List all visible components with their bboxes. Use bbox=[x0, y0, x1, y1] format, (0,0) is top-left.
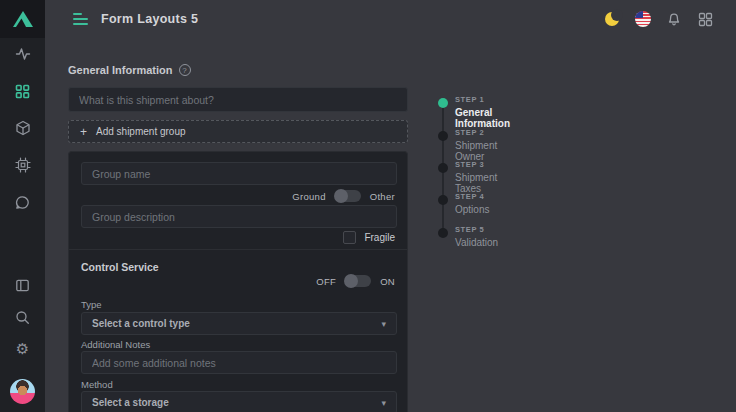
sidebar-item-cube-icon[interactable] bbox=[0, 116, 45, 140]
step-label: STEP 5 bbox=[455, 225, 498, 234]
shipment-group-card: Ground Other Fragile Control Service OFF… bbox=[68, 151, 408, 412]
step-title: Shipment Taxes bbox=[455, 172, 497, 194]
method-value: Select a storage bbox=[92, 397, 169, 408]
chevron-down-icon: ▾ bbox=[381, 398, 386, 408]
app-window: Form Layouts 5 bbox=[0, 0, 736, 412]
sidebar-item-cpu-icon[interactable] bbox=[0, 153, 45, 177]
plus-icon: + bbox=[80, 126, 87, 138]
stepper-step-5[interactable]: STEP 5 Validation bbox=[436, 225, 498, 248]
stepper-step-2[interactable]: STEP 2 Shipment Owner bbox=[436, 128, 497, 162]
shipment-about-input[interactable] bbox=[68, 87, 408, 112]
additional-notes-input[interactable] bbox=[81, 351, 397, 374]
sidebar: ⚙ bbox=[0, 0, 45, 412]
apps-grid-icon[interactable] bbox=[696, 10, 714, 28]
sidebar-item-chat-icon[interactable] bbox=[0, 190, 45, 214]
step-title: Shipment Owner bbox=[455, 140, 497, 162]
help-icon[interactable]: ? bbox=[179, 64, 191, 76]
stepper-step-1[interactable]: STEP 1 General Information bbox=[436, 95, 510, 129]
language-flag-icon[interactable] bbox=[634, 10, 652, 28]
add-shipment-group-button[interactable]: + Add shipment group bbox=[68, 120, 408, 143]
section-head: General Information ? bbox=[68, 64, 191, 76]
step-dot bbox=[438, 98, 448, 108]
control-service-toggle[interactable] bbox=[345, 275, 371, 287]
sidebar-collapse-icon[interactable] bbox=[0, 273, 45, 297]
card-divider bbox=[69, 249, 407, 250]
ground-other-toggle-row: Ground Other bbox=[292, 190, 395, 202]
fragile-label: Fragile bbox=[364, 232, 395, 243]
sidebar-item-layouts-icon[interactable] bbox=[0, 79, 45, 103]
step-dot bbox=[438, 163, 448, 173]
group-description-input[interactable] bbox=[81, 205, 397, 228]
other-label: Other bbox=[370, 191, 395, 202]
bell-icon[interactable] bbox=[665, 10, 683, 28]
section-title: General Information bbox=[68, 64, 173, 76]
notes-label: Additional Notes bbox=[81, 339, 150, 350]
sidebar-item-activity-icon[interactable] bbox=[0, 42, 45, 66]
step-title: General Information bbox=[455, 107, 510, 129]
off-on-toggle-row: OFF ON bbox=[316, 275, 395, 287]
method-select[interactable]: Select a storage ▾ bbox=[81, 391, 397, 412]
theme-moon-icon[interactable] bbox=[603, 10, 621, 28]
control-service-title: Control Service bbox=[81, 261, 159, 273]
fragile-checkbox[interactable] bbox=[343, 231, 356, 244]
ground-other-toggle[interactable] bbox=[335, 190, 361, 202]
step-label: STEP 3 bbox=[455, 160, 497, 169]
method-label: Method bbox=[81, 379, 113, 390]
search-icon[interactable] bbox=[0, 305, 45, 329]
step-title: Validation bbox=[455, 237, 498, 248]
header-actions bbox=[603, 10, 736, 28]
add-shipment-group-label: Add shipment group bbox=[96, 126, 186, 137]
settings-gear-icon[interactable]: ⚙ bbox=[0, 336, 45, 360]
group-name-input[interactable] bbox=[81, 162, 397, 185]
fragile-row: Fragile bbox=[343, 231, 395, 244]
step-label: STEP 4 bbox=[455, 192, 489, 201]
logo-icon[interactable] bbox=[0, 0, 45, 38]
step-dot bbox=[438, 228, 448, 238]
off-label: OFF bbox=[316, 276, 336, 287]
step-title: Options bbox=[455, 204, 489, 215]
step-dot bbox=[438, 195, 448, 205]
step-label: STEP 1 bbox=[455, 95, 510, 104]
control-type-select[interactable]: Select a control type ▾ bbox=[81, 312, 397, 335]
user-avatar[interactable] bbox=[10, 379, 35, 404]
stepper-step-4[interactable]: STEP 4 Options bbox=[436, 192, 489, 215]
ground-label: Ground bbox=[292, 191, 326, 202]
on-label: ON bbox=[380, 276, 395, 287]
step-label: STEP 2 bbox=[455, 128, 497, 137]
top-header: Form Layouts 5 bbox=[45, 0, 736, 38]
type-label: Type bbox=[81, 299, 102, 310]
stepper-step-3[interactable]: STEP 3 Shipment Taxes bbox=[436, 160, 497, 194]
control-type-value: Select a control type bbox=[92, 318, 190, 329]
menu-icon[interactable] bbox=[73, 13, 89, 25]
step-dot bbox=[438, 131, 448, 141]
chevron-down-icon: ▾ bbox=[381, 319, 386, 329]
page-title: Form Layouts 5 bbox=[101, 12, 198, 26]
